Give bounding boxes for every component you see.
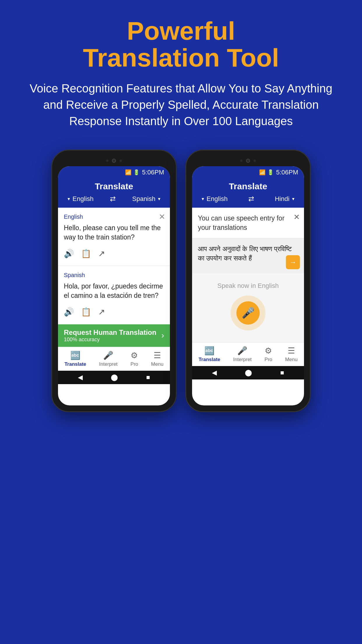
phone2-nav-pro[interactable]: ⚙ Pro [265,346,272,363]
phone1-app-title: Translate [64,181,164,191]
phone1-target-text: Hola, por favor, ¿puedes decirme el cami… [64,281,164,300]
phone2-nav-menu[interactable]: ☰ Menu [285,346,298,363]
phone2-status-icons: 📶 🔋 [259,169,274,176]
battery-icon: 🔋 [133,169,140,176]
phone1-app-header: Translate ▼ English ⇄ Spanish ▼ [58,178,170,208]
phone1-speaker-icon[interactable]: 🔊 [64,249,74,258]
page-header: Powerful Translation Tool Voice Recognit… [12,18,350,129]
phone2-home-btn[interactable]: ⬤ [245,369,252,377]
phone1-close-source[interactable]: ✕ [159,212,165,221]
phone2-close-speech[interactable]: ✕ [294,212,300,222]
phone1-human-translation-title: Request Human Translation [64,328,156,337]
phone1-nav-translate[interactable]: 🔤 Translate [64,351,86,367]
phone1-target-actions: 🔊 📋 ↗ [64,305,164,317]
phone2-nav-pro-icon: ⚙ [265,346,272,356]
phone2-speech-input[interactable]: You can use speech entry for your transl… [192,208,304,238]
phone1-lang-from-label: English [73,195,94,203]
phone1-human-translation-sub: 100% accuracy [64,337,156,343]
phone1-swap-icon[interactable]: ⇄ [110,195,116,203]
phone2-notch [192,156,304,165]
phone2-mic-circle[interactable]: 🎤 [231,295,266,330]
phone2-bottom-nav: 🔤 Translate 🎤 Interpret ⚙ Pro ☰ Menu [192,342,304,366]
phone1-human-translation-bar[interactable]: Request Human Translation 100% accuracy … [58,324,170,347]
phone2-swap-icon[interactable]: ⇄ [248,195,254,203]
phone1-home-btn[interactable]: ⬤ [111,374,118,381]
phone1-screen: 📶 🔋 5:06PM Translate ▼ English ⇄ Spanish… [58,166,170,405]
phone-2: 📶 🔋 5:06PM Translate ▼ English ⇄ Hindi ▼ [185,150,311,412]
phone2-nav-translate-label: Translate [198,357,220,363]
phone2-speak-area: Speak now in English 🎤 [192,273,304,342]
phone2-nav-interpret-label: Interpret [233,357,252,363]
phone2-nav-translate[interactable]: 🔤 Translate [198,346,220,363]
phone2-status-bar: 📶 🔋 5:06PM [192,166,304,178]
phone1-nav-pro-icon: ⚙ [131,351,138,360]
phone1-camera [112,159,116,163]
phone1-home-indicator: ◀ ⬤ ■ [58,371,170,384]
main-subtitle: Voice Recognition Features that Allow Yo… [29,80,333,129]
phone1-nav-pro-label: Pro [131,361,138,367]
phone1-human-translation-text: Request Human Translation 100% accuracy [64,328,156,343]
phone1-lang-to-label: Spanish [132,195,156,203]
phone2-lang-to-arrow: ▼ [291,197,295,201]
phone2-app-header: Translate ▼ English ⇄ Hindi ▼ [192,178,304,208]
phone1-nav-menu[interactable]: ☰ Menu [151,351,164,367]
phone2-nav-menu-icon: ☰ [288,346,295,356]
phone1-nav-pro[interactable]: ⚙ Pro [131,351,138,367]
main-title: Powerful Translation Tool [29,18,333,71]
phone1-nav-menu-icon: ☰ [154,351,161,360]
phone2-back-btn[interactable]: ◀ [212,369,217,377]
phone2-speech-input-text: You can use speech entry for your transl… [198,214,298,232]
phone2-sensor-right [254,160,256,162]
phone1-target-speaker-icon[interactable]: 🔊 [64,307,74,317]
phone1-nav-interpret[interactable]: 🎤 Interpret [99,351,117,367]
phone2-wifi-icon: 📶 [259,169,266,176]
phone2-time: 5:06PM [276,169,298,176]
phone1-source-text[interactable]: Hello, please can you tell me the way to… [64,223,164,242]
phone1-target-copy-icon[interactable]: 📋 [81,307,91,317]
phone2-mic-button[interactable]: 🎤 [236,301,260,325]
phone2-sensor-left [240,160,242,162]
phone1-source-lang-label: English [64,214,164,220]
phone2-nav-interpret[interactable]: 🎤 Interpret [233,346,252,363]
phone2-battery-icon: 🔋 [267,169,274,176]
phone2-recent-btn[interactable]: ■ [280,369,284,377]
phone1-back-btn[interactable]: ◀ [78,374,83,381]
phone2-nav-interpret-icon: 🎤 [237,346,247,356]
phone1-nav-translate-icon: 🔤 [70,351,80,360]
phone1-source-actions: 🔊 📋 ↗ [64,246,164,258]
phone2-hindi-translation: आप अपने अनुवादों के लिए भाषण प्रविष्टि क… [192,238,304,273]
phone2-screen: 📶 🔋 5:06PM Translate ▼ English ⇄ Hindi ▼ [192,166,304,405]
phone1-target-area: Spanish Hola, por favor, ¿puedes decirme… [58,266,170,324]
phone1-lang-from-arrow: ▼ [67,197,71,201]
phone2-app-title: Translate [198,181,298,191]
phone2-nav-menu-label: Menu [285,357,298,363]
phone1-recent-btn[interactable]: ■ [146,374,150,381]
phone2-lang-bar: ▼ English ⇄ Hindi ▼ [198,195,298,203]
phone1-status-icons: 📶 🔋 [125,169,140,176]
phone1-nav-interpret-icon: 🎤 [103,351,113,360]
phone1-copy-icon[interactable]: 📋 [81,249,91,258]
phone2-lang-from[interactable]: ▼ English [201,195,228,203]
phone2-hindi-text: आप अपने अनुवादों के लिए भाषण प्रविष्टि क… [198,244,298,263]
phones-container: 📶 🔋 5:06PM Translate ▼ English ⇄ Spanish… [12,150,350,412]
phone2-lang-to[interactable]: Hindi ▼ [275,195,295,203]
phone1-time: 5:06PM [142,169,164,176]
phone1-sensor-left [106,160,108,162]
phone2-lang-from-label: English [207,195,228,203]
phone1-nav-interpret-label: Interpret [99,361,117,367]
phone1-lang-bar: ▼ English ⇄ Spanish ▼ [64,195,164,203]
phone1-sensor-right [120,160,122,162]
phone1-target-share-icon[interactable]: ↗ [98,307,105,317]
phone1-lang-to-arrow: ▼ [157,197,161,201]
phone1-share-icon[interactable]: ↗ [98,249,105,258]
phone2-camera [246,159,250,163]
phone2-lang-from-arrow: ▼ [201,197,205,201]
phone1-lang-from[interactable]: ▼ English [67,195,94,203]
phone1-bottom-nav: 🔤 Translate 🎤 Interpret ⚙ Pro ☰ Menu [58,347,170,371]
phone2-go-button[interactable]: → [286,255,300,269]
phone1-nav-menu-label: Menu [151,361,164,367]
phone1-source-area: English Hello, please can you tell me th… [58,208,170,266]
phone2-nav-pro-label: Pro [265,357,272,363]
phone1-status-bar: 📶 🔋 5:06PM [58,166,170,178]
phone1-lang-to[interactable]: Spanish ▼ [132,195,161,203]
